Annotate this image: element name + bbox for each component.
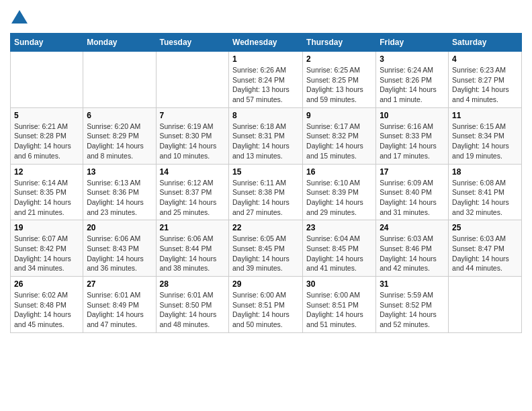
day-info: Sunrise: 6:06 AMSunset: 8:44 PMDaylight:… [160,234,226,273]
calendar-cell: 4Sunrise: 6:23 AMSunset: 8:27 PMDaylight… [449,52,522,108]
day-number: 29 [232,279,299,289]
calendar-table: SundayMondayTuesdayWednesdayThursdayFrid… [10,33,522,333]
day-number: 23 [306,223,372,232]
day-number: 6 [87,111,152,120]
calendar-cell: 18Sunrise: 6:08 AMSunset: 8:41 PMDayligh… [449,164,522,220]
day-number: 9 [306,111,372,120]
calendar-cell: 14Sunrise: 6:12 AMSunset: 8:37 PMDayligh… [156,164,229,220]
calendar-header-saturday: Saturday [449,34,522,52]
day-info: Sunrise: 6:24 AMSunset: 8:26 PMDaylight:… [380,65,445,105]
calendar-cell: 22Sunrise: 6:05 AMSunset: 8:45 PMDayligh… [229,220,303,277]
calendar-cell: 10Sunrise: 6:16 AMSunset: 8:33 PMDayligh… [376,107,449,164]
calendar-week-row: 12Sunrise: 6:14 AMSunset: 8:35 PMDayligh… [11,164,522,220]
day-info: Sunrise: 6:19 AMSunset: 8:30 PMDaylight:… [160,122,226,161]
calendar-cell [449,277,522,333]
day-info: Sunrise: 6:03 AMSunset: 8:46 PMDaylight:… [380,234,445,273]
day-info: Sunrise: 6:11 AMSunset: 8:38 PMDaylight:… [232,178,299,218]
day-number: 27 [87,279,152,289]
calendar-cell: 23Sunrise: 6:04 AMSunset: 8:45 PMDayligh… [303,220,376,277]
calendar-cell: 24Sunrise: 6:03 AMSunset: 8:46 PMDayligh… [376,220,449,277]
day-number: 18 [452,167,518,177]
day-number: 13 [87,167,152,177]
calendar-header-monday: Monday [83,34,156,52]
day-info: Sunrise: 6:03 AMSunset: 8:47 PMDaylight:… [452,234,518,273]
day-info: Sunrise: 6:17 AMSunset: 8:32 PMDaylight:… [306,122,372,161]
calendar-cell: 9Sunrise: 6:17 AMSunset: 8:32 PMDaylight… [303,107,376,164]
calendar-week-row: 1Sunrise: 6:26 AMSunset: 8:24 PMDaylight… [11,52,522,108]
calendar-cell: 31Sunrise: 5:59 AMSunset: 8:52 PMDayligh… [376,277,449,333]
day-info: Sunrise: 6:15 AMSunset: 8:34 PMDaylight:… [452,122,518,161]
calendar-cell [156,52,229,108]
day-number: 25 [452,223,518,232]
day-number: 21 [160,223,226,232]
calendar-cell: 25Sunrise: 6:03 AMSunset: 8:47 PMDayligh… [449,220,522,277]
calendar-cell: 7Sunrise: 6:19 AMSunset: 8:30 PMDaylight… [156,107,229,164]
calendar-week-row: 5Sunrise: 6:21 AMSunset: 8:28 PMDaylight… [11,107,522,164]
calendar-week-row: 19Sunrise: 6:07 AMSunset: 8:42 PMDayligh… [11,220,522,277]
day-info: Sunrise: 6:02 AMSunset: 8:48 PMDaylight:… [14,290,79,330]
day-number: 22 [232,223,299,232]
svg-marker-0 [11,10,28,24]
calendar-header-thursday: Thursday [303,34,376,52]
day-info: Sunrise: 6:26 AMSunset: 8:24 PMDaylight:… [232,65,299,105]
calendar-cell: 29Sunrise: 6:00 AMSunset: 8:51 PMDayligh… [229,277,303,333]
day-number: 11 [452,111,518,120]
calendar-cell: 19Sunrise: 6:07 AMSunset: 8:42 PMDayligh… [11,220,83,277]
day-info: Sunrise: 6:14 AMSunset: 8:35 PMDaylight:… [14,178,79,218]
day-info: Sunrise: 6:20 AMSunset: 8:29 PMDaylight:… [87,122,152,161]
day-info: Sunrise: 6:04 AMSunset: 8:45 PMDaylight:… [306,234,372,273]
calendar-header-row: SundayMondayTuesdayWednesdayThursdayFrid… [11,34,522,52]
day-number: 5 [14,111,79,120]
day-info: Sunrise: 6:25 AMSunset: 8:25 PMDaylight:… [306,65,372,105]
calendar-cell [83,52,156,108]
calendar-cell [11,52,83,108]
day-number: 4 [452,54,518,64]
calendar-cell: 5Sunrise: 6:21 AMSunset: 8:28 PMDaylight… [11,107,83,164]
day-number: 20 [87,223,152,232]
calendar-cell: 21Sunrise: 6:06 AMSunset: 8:44 PMDayligh… [156,220,229,277]
calendar-cell: 27Sunrise: 6:01 AMSunset: 8:49 PMDayligh… [83,277,156,333]
day-number: 8 [232,111,299,120]
day-info: Sunrise: 6:07 AMSunset: 8:42 PMDaylight:… [14,234,79,273]
day-info: Sunrise: 6:18 AMSunset: 8:31 PMDaylight:… [232,122,299,161]
day-info: Sunrise: 6:00 AMSunset: 8:51 PMDaylight:… [232,290,299,330]
day-info: Sunrise: 6:12 AMSunset: 8:37 PMDaylight:… [160,178,226,218]
calendar-cell: 30Sunrise: 6:00 AMSunset: 8:51 PMDayligh… [303,277,376,333]
day-number: 3 [380,54,445,64]
day-number: 19 [14,223,79,232]
calendar-cell: 28Sunrise: 6:01 AMSunset: 8:50 PMDayligh… [156,277,229,333]
day-info: Sunrise: 6:16 AMSunset: 8:33 PMDaylight:… [380,122,445,161]
calendar-cell: 20Sunrise: 6:06 AMSunset: 8:43 PMDayligh… [83,220,156,277]
calendar-week-row: 26Sunrise: 6:02 AMSunset: 8:48 PMDayligh… [11,277,522,333]
calendar-cell: 8Sunrise: 6:18 AMSunset: 8:31 PMDaylight… [229,107,303,164]
calendar-header-sunday: Sunday [11,34,83,52]
day-number: 1 [232,54,299,64]
day-info: Sunrise: 6:21 AMSunset: 8:28 PMDaylight:… [14,122,79,161]
calendar-header-tuesday: Tuesday [156,34,229,52]
calendar-cell: 15Sunrise: 6:11 AMSunset: 8:38 PMDayligh… [229,164,303,220]
day-number: 26 [14,279,79,289]
calendar-cell: 6Sunrise: 6:20 AMSunset: 8:29 PMDaylight… [83,107,156,164]
day-number: 10 [380,111,445,120]
calendar-header-friday: Friday [376,34,449,52]
calendar-cell: 2Sunrise: 6:25 AMSunset: 8:25 PMDaylight… [303,52,376,108]
day-info: Sunrise: 6:05 AMSunset: 8:45 PMDaylight:… [232,234,299,273]
day-number: 14 [160,167,226,177]
day-info: Sunrise: 6:06 AMSunset: 8:43 PMDaylight:… [87,234,152,273]
day-info: Sunrise: 5:59 AMSunset: 8:52 PMDaylight:… [380,290,445,330]
day-number: 16 [306,167,372,177]
day-number: 24 [380,223,445,232]
day-info: Sunrise: 6:00 AMSunset: 8:51 PMDaylight:… [306,290,372,330]
day-number: 12 [14,167,79,177]
calendar-cell: 12Sunrise: 6:14 AMSunset: 8:35 PMDayligh… [11,164,83,220]
calendar-cell: 11Sunrise: 6:15 AMSunset: 8:34 PMDayligh… [449,107,522,164]
day-number: 17 [380,167,445,177]
day-number: 31 [380,279,445,289]
logo-icon [11,10,28,24]
page-header [10,10,522,26]
calendar-cell: 17Sunrise: 6:09 AMSunset: 8:40 PMDayligh… [376,164,449,220]
day-info: Sunrise: 6:08 AMSunset: 8:41 PMDaylight:… [452,178,518,218]
day-info: Sunrise: 6:09 AMSunset: 8:40 PMDaylight:… [380,178,445,218]
day-number: 15 [232,167,299,177]
calendar-cell: 1Sunrise: 6:26 AMSunset: 8:24 PMDaylight… [229,52,303,108]
